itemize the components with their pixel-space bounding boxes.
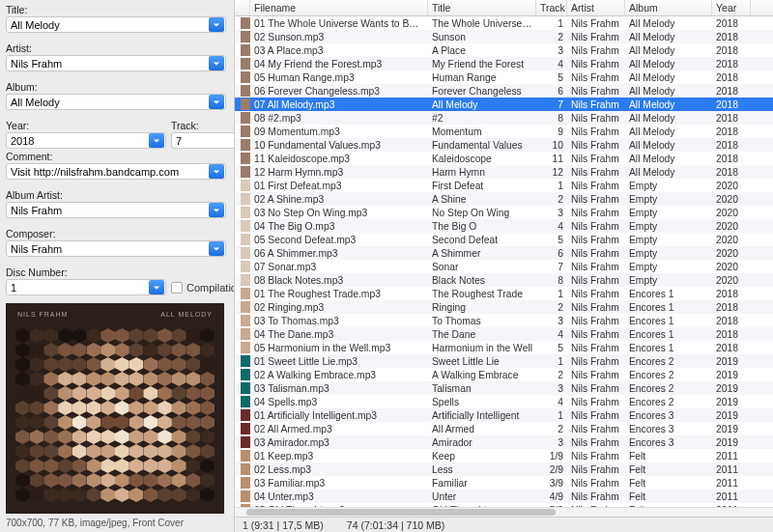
artist-input[interactable] (7, 58, 208, 70)
cell-track: 2/9 (536, 464, 567, 475)
discnum-input[interactable] (7, 282, 148, 294)
album-swatch-icon (241, 463, 250, 475)
comment-dropdown-btn[interactable] (209, 164, 224, 179)
table-row[interactable]: 04 The Big O.mp3The Big O4Nils FrahmEmpt… (235, 219, 773, 233)
col-album[interactable]: Album (625, 0, 712, 15)
title-combo[interactable] (6, 16, 226, 33)
table-row[interactable]: 07 Sonar.mp3Sonar7Nils FrahmEmpty2020 (235, 260, 773, 273)
table-row[interactable]: 11 Kaleidoscope.mp3Kaleidoscope11Nils Fr… (235, 152, 773, 165)
table-row[interactable]: 08 #2.mp3#28Nils FrahmAll Melody2018 (235, 111, 773, 125)
table-row[interactable]: 02 Ringing.mp3Ringing2Nils FrahmEncores … (235, 300, 773, 314)
composer-input[interactable] (7, 243, 208, 255)
table-row[interactable]: 04 My Friend the Forest.mp3My Friend the… (235, 57, 773, 70)
albumartist-dropdown-btn[interactable] (209, 203, 224, 217)
table-row[interactable]: 01 First Defeat.mp3First Defeat1Nils Fra… (235, 179, 773, 192)
comment-combo[interactable] (6, 163, 226, 180)
album-swatch-icon (241, 423, 250, 434)
album-combo[interactable] (6, 94, 226, 110)
table-row[interactable]: 04 The Dane.mp3The Dane4Nils FrahmEncore… (235, 327, 773, 341)
title-dropdown-btn[interactable] (209, 17, 224, 32)
cell-filename: 01 The Whole Universe Wants to Be Touche… (250, 18, 428, 29)
cell-album: Empty (625, 208, 712, 218)
table-row[interactable]: 06 Forever Changeless.mp3Forever Changel… (235, 84, 773, 98)
col-year[interactable]: Year (712, 0, 751, 15)
artist-dropdown-btn[interactable] (209, 56, 224, 70)
table-row[interactable]: 01 The Roughest Trade.mp3The Roughest Tr… (235, 287, 773, 300)
year-dropdown-btn[interactable] (149, 133, 164, 148)
table-body[interactable]: 01 The Whole Universe Wants to Be Touche… (235, 16, 773, 507)
table-row[interactable]: 08 Black Notes.mp3Black Notes8Nils Frahm… (235, 273, 773, 287)
table-row[interactable]: 05 Harmonium in the Well.mp3Harmonium in… (235, 341, 773, 354)
cell-title: Less (428, 464, 536, 475)
year-combo[interactable] (6, 132, 166, 149)
table-row[interactable]: 02 Sunson.mp3Sunson2Nils FrahmAll Melody… (235, 30, 773, 43)
table-row[interactable]: 07 All Melody.mp3All Melody7Nils FrahmAl… (235, 98, 773, 111)
table-row[interactable]: 09 Momentum.mp3Momentum9Nils FrahmAll Me… (235, 125, 773, 138)
cell-filename: 01 Artificially Intelligent.mp3 (250, 410, 428, 421)
cell-year: 2019 (712, 410, 751, 421)
col-track[interactable]: Track (536, 0, 567, 15)
cell-year: 2018 (712, 86, 751, 97)
album-swatch-icon (241, 409, 250, 421)
col-title[interactable]: Title (428, 0, 536, 15)
table-row[interactable]: 05 Human Range.mp3Human Range5Nils Frahm… (235, 70, 773, 84)
table-row[interactable]: 10 Fundamental Values.mp3Fundamental Val… (235, 138, 773, 152)
table-row[interactable]: 03 To Thomas.mp3To Thomas3Nils FrahmEnco… (235, 314, 773, 327)
album-swatch-icon (241, 382, 250, 394)
col-filename[interactable]: Filename (250, 0, 428, 15)
title-input[interactable] (7, 19, 208, 31)
cell-title: Sweet Little Lie (428, 356, 536, 367)
chevron-down-icon (213, 98, 220, 106)
year-input[interactable] (7, 135, 148, 147)
comment-input[interactable] (7, 166, 208, 178)
table-row[interactable]: 04 Spells.mp3Spells4Nils FrahmEncores 22… (235, 395, 773, 408)
cell-artist: Nils Frahm (567, 356, 625, 367)
table-row[interactable]: 02 A Shine.mp3A Shine2Nils FrahmEmpty202… (235, 192, 773, 206)
cell-artist: Nils Frahm (567, 99, 625, 110)
cell-year: 2018 (712, 99, 751, 110)
table-row[interactable]: 12 Harm Hymn.mp3Harm Hymn12Nils FrahmAll… (235, 165, 773, 179)
album-dropdown-btn[interactable] (209, 95, 224, 109)
col-artist[interactable]: Artist (567, 0, 625, 15)
table-row[interactable]: 01 Sweet Little Lie.mp3Sweet Little Lie1… (235, 354, 773, 368)
cell-album: Encores 1 (625, 289, 712, 299)
cell-title: The Dane (428, 329, 536, 340)
cell-year: 2020 (712, 235, 751, 245)
discnum-combo[interactable] (6, 279, 166, 295)
scrollbar-thumb[interactable] (246, 509, 556, 516)
col-icon[interactable] (235, 0, 250, 15)
table-row[interactable]: 03 Familiar.mp3Familiar3/9Nils FrahmFelt… (235, 476, 773, 490)
album-swatch-icon (241, 315, 250, 326)
cell-album: All Melody (625, 126, 712, 137)
table-row[interactable]: 03 A Place.mp3A Place3Nils FrahmAll Melo… (235, 43, 773, 57)
album-input[interactable] (7, 97, 208, 108)
table-row[interactable]: 06 A Shimmer.mp3A Shimmer6Nils FrahmEmpt… (235, 246, 773, 260)
table-row[interactable]: 03 No Step On Wing.mp3No Step On Wing3Ni… (235, 206, 773, 219)
table-row[interactable]: 01 Keep.mp3Keep1/9Nils FrahmFelt2011 (235, 449, 773, 462)
compilation-checkbox[interactable] (171, 282, 183, 294)
table-row[interactable]: 02 Less.mp3Less2/9Nils FrahmFelt2011 (235, 462, 773, 476)
album-swatch-icon (241, 234, 250, 245)
cell-filename: 02 Sunson.mp3 (250, 32, 428, 42)
composer-dropdown-btn[interactable] (209, 241, 224, 256)
album-swatch-icon (241, 112, 250, 124)
horizontal-scrollbar[interactable] (235, 507, 773, 517)
table-row[interactable]: 04 Unter.mp3Unter4/9Nils FrahmFelt2011 (235, 490, 773, 503)
table-row[interactable]: 02 All Armed.mp3All Armed2Nils FrahmEnco… (235, 422, 773, 435)
table-row[interactable]: 02 A Walking Embrace.mp3A Walking Embrac… (235, 368, 773, 381)
table-row[interactable]: 01 The Whole Universe Wants to Be Touche… (235, 16, 773, 30)
cell-album: Encores 2 (625, 356, 712, 367)
cell-year: 2018 (712, 59, 751, 70)
cell-year: 2018 (712, 316, 751, 326)
discnum-dropdown-btn[interactable] (149, 280, 164, 294)
artist-combo[interactable] (6, 55, 226, 71)
table-row[interactable]: 03 Amirador.mp3Amirador3Nils FrahmEncore… (235, 435, 773, 449)
albumartist-combo[interactable] (6, 202, 226, 218)
table-row[interactable]: 03 Talisman.mp3Talisman3Nils FrahmEncore… (235, 381, 773, 395)
cell-title: A Walking Embrace (428, 370, 536, 380)
album-art[interactable]: NILS FRAHM ALL MELODY (6, 303, 224, 514)
albumartist-input[interactable] (7, 205, 208, 216)
table-row[interactable]: 05 Second Defeat.mp3Second Defeat5Nils F… (235, 233, 773, 246)
table-row[interactable]: 01 Artificially Intelligent.mp3Artificia… (235, 408, 773, 422)
composer-combo[interactable] (6, 240, 226, 257)
